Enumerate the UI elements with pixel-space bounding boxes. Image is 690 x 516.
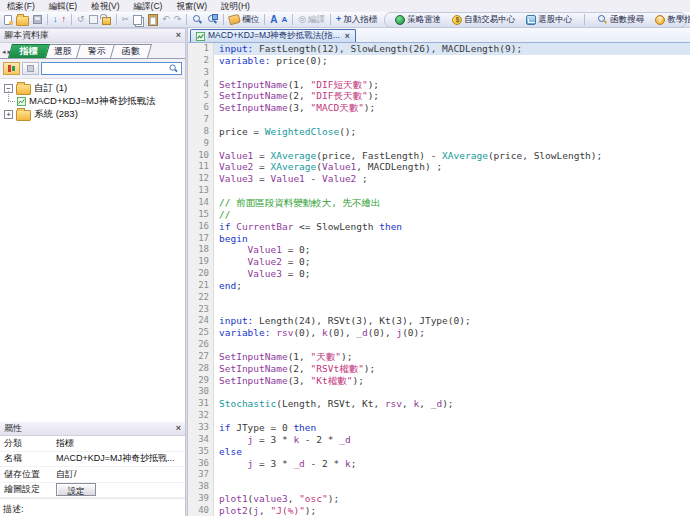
font-decrease-button[interactable]: A: [280, 13, 288, 26]
plot-setting-button[interactable]: 設定: [56, 483, 96, 496]
tree-item-macd-kdj-script[interactable]: MACD+KDJ=MJ神奇抄抵戰法: [0, 95, 185, 108]
tab-indicators[interactable]: 指標: [8, 44, 50, 58]
tab-functions[interactable]: 函數: [110, 44, 152, 58]
code-line[interactable]: 26: [188, 339, 690, 351]
view-toggle-button[interactable]: [3, 62, 20, 75]
code-line[interactable]: 20 Value3 = 0;: [188, 268, 690, 280]
tree-item-system-folder[interactable]: + 系統 (283): [0, 108, 185, 121]
menu-window[interactable]: 視窗(W): [169, 0, 214, 12]
cut-button[interactable]: ✂: [121, 13, 131, 26]
code-line[interactable]: 3: [188, 67, 690, 79]
code-line[interactable]: 39plot1(value3, "osc");: [188, 493, 690, 505]
code-line[interactable]: 28SetInputName(2, "RSVt權數");: [188, 363, 690, 375]
new-file-button[interactable]: [3, 13, 13, 26]
code-line[interactable]: 36 j = 3 * _d - 2 * k;: [188, 458, 690, 470]
code-line[interactable]: 27SetInputName(1, "天數");: [188, 351, 690, 363]
code-line[interactable]: 40plot2(j, "J(%)");: [188, 505, 690, 516]
menu-file[interactable]: 檔案(F): [0, 0, 42, 12]
function-search-button[interactable]: 函數搜尋: [596, 13, 645, 26]
code-line[interactable]: 11Value2 = XAverage(Value1, MACDLength) …: [188, 161, 690, 173]
code-line[interactable]: 10Value1 = XAverage(price, FastLength) -…: [188, 150, 690, 162]
code-line[interactable]: 7: [188, 114, 690, 126]
code-line[interactable]: 30: [188, 386, 690, 398]
open-button[interactable]: [15, 13, 30, 26]
property-value: 指標: [56, 437, 185, 450]
menu-compile[interactable]: 編譯(C): [127, 0, 170, 12]
paste-button[interactable]: [147, 13, 159, 26]
code-line[interactable]: 19 Value2 = 0;: [188, 256, 690, 268]
code-line[interactable]: 6SetInputName(3, "MACD天數");: [188, 102, 690, 114]
code-line[interactable]: 32: [188, 410, 690, 422]
toolbar: ↓ ↑ ↺ ✂ ↶ ↷ 欄位 A A ◎ 編譯 + 加入指標 策略雷達 $ 自動…: [0, 12, 690, 28]
expand-icon[interactable]: +: [4, 110, 13, 119]
script-search-input[interactable]: [44, 64, 168, 74]
property-label: 分類: [4, 437, 56, 450]
stock-center-button[interactable]: 選股中心: [525, 13, 573, 26]
tab-scroll-left-icon[interactable]: ◂: [2, 48, 6, 56]
code-line[interactable]: 14// 前面區段資料變動較大, 先不繪出: [188, 197, 690, 209]
redo-button[interactable]: ↷: [173, 13, 183, 26]
code-line[interactable]: 13: [188, 185, 690, 197]
code-line[interactable]: 34 j = 3 * k - 2 * _d: [188, 434, 690, 446]
code-line[interactable]: 9: [188, 138, 690, 150]
strategy-radar-button[interactable]: 策略雷達: [394, 13, 442, 26]
property-row-name: 名稱 MACD+KDJ=MJ神奇抄抵戰...: [0, 452, 185, 468]
undo-button[interactable]: ↶: [161, 13, 171, 26]
find-next-button[interactable]: [206, 13, 219, 26]
save-button[interactable]: [32, 13, 43, 26]
unlock-button[interactable]: [101, 13, 112, 26]
line-number: 20: [188, 268, 214, 280]
import-button[interactable]: ↓: [52, 13, 59, 26]
code-line[interactable]: 5SetInputName(2, "DIF長天數");: [188, 90, 690, 102]
close-tab-icon[interactable]: ×: [345, 31, 350, 41]
close-icon[interactable]: ×: [176, 31, 181, 40]
copy-button[interactable]: [132, 13, 145, 26]
close-icon[interactable]: ×: [176, 424, 181, 433]
code-line[interactable]: 1input: FastLength(12), SlowLength(26), …: [188, 43, 690, 55]
code-line[interactable]: 17begin: [188, 233, 690, 245]
code-text: j = 3 * k - 2 * _d: [214, 434, 690, 446]
code-line[interactable]: 12Value3 = Value1 - Value2 ;: [188, 173, 690, 185]
property-label: 儲存位置: [4, 468, 56, 481]
tree-item-custom-folder[interactable]: − 自訂 (1): [0, 82, 185, 95]
code-line[interactable]: 29SetInputName(3, "Kt權數");: [188, 375, 690, 387]
code-line[interactable]: 38: [188, 481, 690, 493]
editor-tab-macd-kdj[interactable]: MACD+KDJ=MJ神奇抄抵戰法(指... ×: [190, 29, 356, 42]
code-line[interactable]: 31Stochastic(Length, RSVt, Kt, rsv, k, _…: [188, 398, 690, 410]
search-icon[interactable]: [169, 64, 179, 74]
code-line[interactable]: 8price = WeightedClose();: [188, 126, 690, 138]
add-indicator-button[interactable]: + 加入指標: [335, 13, 378, 26]
font-increase-button[interactable]: A: [269, 13, 278, 26]
tutorial-button[interactable]: ? 教學指南: [654, 13, 690, 26]
backtest-button[interactable]: [88, 13, 99, 26]
code-line[interactable]: 33if JType = 0 then: [188, 422, 690, 434]
field-button[interactable]: 欄位: [228, 13, 260, 26]
export-button[interactable]: ↑: [61, 13, 68, 26]
menu-edit[interactable]: 編輯(E): [42, 0, 84, 12]
auto-trading-button[interactable]: $ 自動交易中心: [451, 13, 516, 26]
find-button[interactable]: [191, 13, 204, 26]
code-editor[interactable]: 1input: FastLength(12), SlowLength(26), …: [188, 43, 690, 516]
editor-tab-title: MACD+KDJ=MJ神奇抄抵戰法(指...: [208, 30, 340, 42]
code-line[interactable]: 21end;: [188, 280, 690, 292]
compile-button[interactable]: ◎ 編譯: [297, 13, 326, 26]
code-line[interactable]: 16if CurrentBar <= SlowLength then: [188, 221, 690, 233]
code-line[interactable]: 15//: [188, 209, 690, 221]
menu-view[interactable]: 檢視(V): [84, 0, 126, 12]
history-button[interactable]: ↺: [76, 13, 86, 26]
strategy-radar-icon: [395, 15, 405, 25]
code-line[interactable]: 23: [188, 304, 690, 316]
code-line[interactable]: 24input: Length(24), RSVt(3), Kt(3), JTy…: [188, 315, 690, 327]
code-text: SetInputName(1, "DIF短天數");: [214, 79, 690, 91]
line-number: 6: [188, 102, 214, 114]
code-line[interactable]: 22: [188, 292, 690, 304]
code-line[interactable]: 4SetInputName(1, "DIF短天數");: [188, 79, 690, 91]
code-line[interactable]: 18 Value1 = 0;: [188, 244, 690, 256]
code-line[interactable]: 25variable: rsv(0), k(0), _d(0), j(0);: [188, 327, 690, 339]
code-line[interactable]: 37: [188, 469, 690, 481]
code-line[interactable]: 35else: [188, 446, 690, 458]
line-number: 11: [188, 161, 214, 173]
code-line[interactable]: 2variable: price(0);: [188, 55, 690, 67]
list-view-button[interactable]: [22, 62, 39, 75]
menu-help[interactable]: 說明(H): [214, 0, 257, 12]
